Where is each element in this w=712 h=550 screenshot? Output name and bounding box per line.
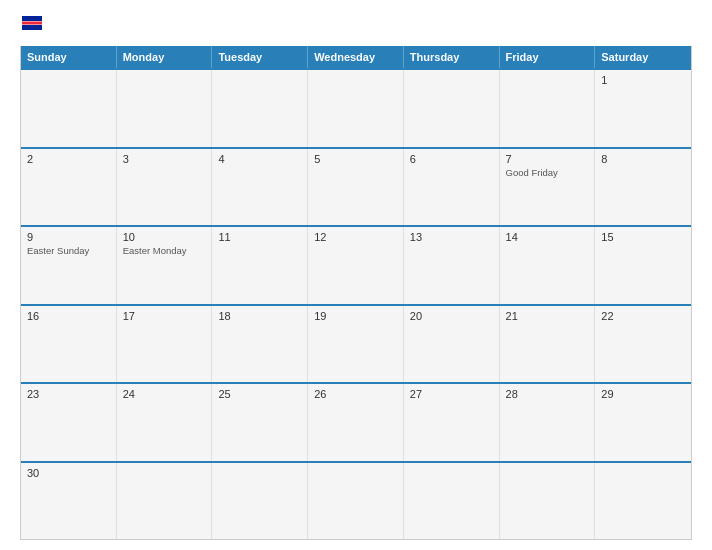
calendar-cell: 17 (117, 306, 213, 383)
day-number: 26 (314, 388, 397, 400)
header-day-monday: Monday (117, 46, 213, 68)
day-number: 5 (314, 153, 397, 165)
header-day-saturday: Saturday (595, 46, 691, 68)
calendar-cell (595, 463, 691, 540)
calendar-header: SundayMondayTuesdayWednesdayThursdayFrid… (21, 46, 691, 68)
day-number: 23 (27, 388, 110, 400)
calendar-cell: 4 (212, 149, 308, 226)
holiday-label: Easter Sunday (27, 245, 110, 257)
day-number: 8 (601, 153, 685, 165)
calendar-cell (500, 463, 596, 540)
day-number: 2 (27, 153, 110, 165)
day-number: 4 (218, 153, 301, 165)
svg-rect-2 (22, 22, 42, 25)
day-number: 17 (123, 310, 206, 322)
calendar-cell: 10Easter Monday (117, 227, 213, 304)
calendar-cell (404, 70, 500, 147)
calendar-row-4: 23242526272829 (21, 382, 691, 461)
day-number: 6 (410, 153, 493, 165)
calendar-cell: 22 (595, 306, 691, 383)
calendar-row-1: 234567Good Friday8 (21, 147, 691, 226)
day-number: 7 (506, 153, 589, 165)
calendar-cell (500, 70, 596, 147)
day-number: 3 (123, 153, 206, 165)
day-number: 12 (314, 231, 397, 243)
logo-flag-icon (22, 16, 42, 30)
calendar-cell: 24 (117, 384, 213, 461)
header-day-tuesday: Tuesday (212, 46, 308, 68)
calendar-cell: 3 (117, 149, 213, 226)
day-number: 14 (506, 231, 589, 243)
day-number: 18 (218, 310, 301, 322)
calendar-cell: 28 (500, 384, 596, 461)
calendar-cell: 11 (212, 227, 308, 304)
calendar-cell: 12 (308, 227, 404, 304)
day-number: 11 (218, 231, 301, 243)
calendar-cell: 16 (21, 306, 117, 383)
header-day-thursday: Thursday (404, 46, 500, 68)
day-number: 19 (314, 310, 397, 322)
header (20, 16, 692, 34)
calendar-cell (404, 463, 500, 540)
holiday-label: Good Friday (506, 167, 589, 179)
calendar-body: 1234567Good Friday89Easter Sunday10Easte… (21, 68, 691, 539)
holiday-label: Easter Monday (123, 245, 206, 257)
day-number: 1 (601, 74, 685, 86)
calendar-cell: 20 (404, 306, 500, 383)
day-number: 30 (27, 467, 110, 479)
calendar-cell: 14 (500, 227, 596, 304)
calendar-cell (212, 463, 308, 540)
day-number: 21 (506, 310, 589, 322)
calendar-cell: 21 (500, 306, 596, 383)
calendar-cell: 26 (308, 384, 404, 461)
calendar-cell: 29 (595, 384, 691, 461)
calendar-cell: 6 (404, 149, 500, 226)
logo (20, 16, 42, 34)
calendar-cell: 15 (595, 227, 691, 304)
day-number: 15 (601, 231, 685, 243)
day-number: 27 (410, 388, 493, 400)
calendar-cell: 8 (595, 149, 691, 226)
calendar-cell (308, 463, 404, 540)
calendar-cell: 25 (212, 384, 308, 461)
calendar-row-3: 16171819202122 (21, 304, 691, 383)
calendar-row-2: 9Easter Sunday10Easter Monday1112131415 (21, 225, 691, 304)
calendar-cell: 2 (21, 149, 117, 226)
day-number: 20 (410, 310, 493, 322)
day-number: 25 (218, 388, 301, 400)
calendar: SundayMondayTuesdayWednesdayThursdayFrid… (20, 46, 692, 540)
header-day-sunday: Sunday (21, 46, 117, 68)
calendar-cell: 1 (595, 70, 691, 147)
day-number: 22 (601, 310, 685, 322)
header-day-friday: Friday (500, 46, 596, 68)
calendar-cell (308, 70, 404, 147)
calendar-cell: 5 (308, 149, 404, 226)
calendar-cell: 23 (21, 384, 117, 461)
calendar-cell (117, 70, 213, 147)
calendar-row-5: 30 (21, 461, 691, 540)
calendar-row-0: 1 (21, 68, 691, 147)
calendar-cell: 30 (21, 463, 117, 540)
day-number: 13 (410, 231, 493, 243)
calendar-cell (117, 463, 213, 540)
calendar-cell: 19 (308, 306, 404, 383)
day-number: 9 (27, 231, 110, 243)
calendar-cell: 9Easter Sunday (21, 227, 117, 304)
day-number: 29 (601, 388, 685, 400)
page: SundayMondayTuesdayWednesdayThursdayFrid… (0, 0, 712, 550)
calendar-cell: 18 (212, 306, 308, 383)
header-day-wednesday: Wednesday (308, 46, 404, 68)
calendar-cell: 7Good Friday (500, 149, 596, 226)
day-number: 24 (123, 388, 206, 400)
calendar-cell (21, 70, 117, 147)
day-number: 28 (506, 388, 589, 400)
calendar-cell (212, 70, 308, 147)
calendar-cell: 13 (404, 227, 500, 304)
day-number: 10 (123, 231, 206, 243)
day-number: 16 (27, 310, 110, 322)
calendar-cell: 27 (404, 384, 500, 461)
